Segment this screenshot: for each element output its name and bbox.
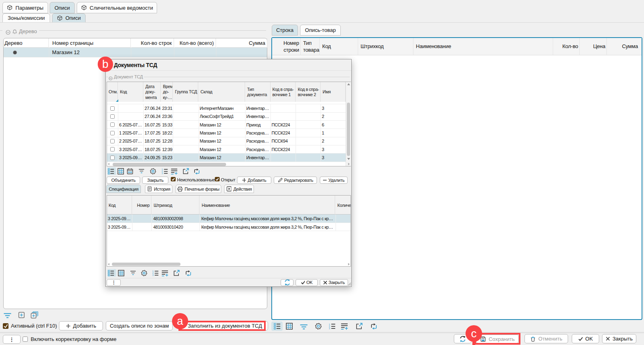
svg-text:3: 3 bbox=[152, 274, 153, 276]
svg-text:3: 3 bbox=[162, 172, 163, 175]
svg-text:3: 3 bbox=[329, 327, 330, 330]
